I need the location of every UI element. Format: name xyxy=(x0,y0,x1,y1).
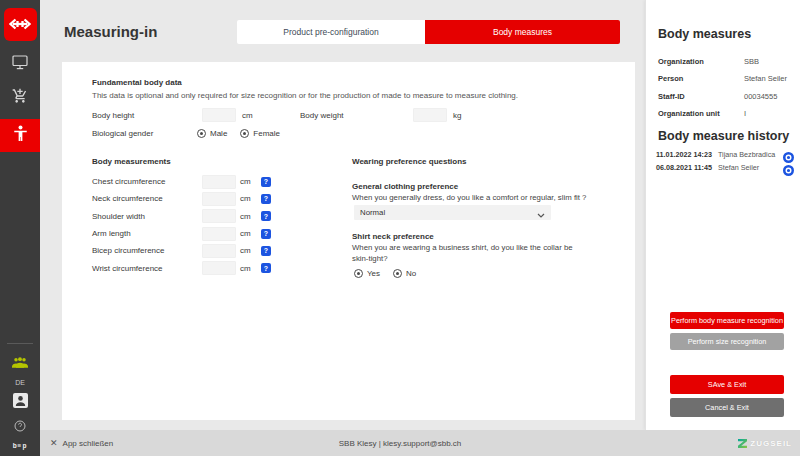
chest-circumference-input[interactable] xyxy=(202,175,236,189)
history-date: 11.01.2022 14:23 xyxy=(656,150,718,159)
measurement-row-neck: Neck circumference cm ? xyxy=(92,190,342,207)
sidebar-item-measuring-active[interactable] xyxy=(0,119,40,152)
body-height-input[interactable] xyxy=(202,108,236,122)
shoulder-width-input[interactable] xyxy=(202,209,236,223)
help-icon[interactable]: ? xyxy=(261,194,271,204)
shirt-neck-preference-question: When you are wearing a business shirt, d… xyxy=(352,243,587,265)
measurement-label: Chest circumference xyxy=(92,177,202,186)
history-date: 06.08.2021 11:45 xyxy=(656,163,718,172)
person-info-list: Organization SBB Person Stefan Seiler St… xyxy=(658,53,792,122)
history-name: Tijana Bezbradica xyxy=(718,150,783,159)
wrist-circumference-input[interactable] xyxy=(202,261,236,275)
clothing-preference-select[interactable]: Normal xyxy=(354,205,551,220)
radio-icon xyxy=(197,129,206,138)
measurement-label: Arm length xyxy=(92,229,202,238)
portrait-icon xyxy=(13,393,28,412)
help-icon[interactable]: ? xyxy=(261,177,271,187)
radio-icon xyxy=(240,129,249,138)
gender-male-label: Male xyxy=(210,129,227,138)
sidebar: DE b≡p xyxy=(0,0,40,456)
gender-label: Biological gender xyxy=(92,129,197,138)
history-row: 06.08.2021 11:45 Stefan Seiler xyxy=(656,161,794,174)
body-measurements-title: Body measurements xyxy=(92,157,342,166)
add-shopping-cart-icon xyxy=(12,88,28,108)
measurement-label: Shoulder width xyxy=(92,212,202,221)
body-measures-panel: Body measures Organization SBB Person St… xyxy=(645,0,800,430)
body-weight-label: Body weight xyxy=(300,111,344,120)
measurement-row-arm: Arm length cm ? xyxy=(92,225,342,242)
sidebar-brand-logo: b≡p xyxy=(13,442,28,449)
measurement-row-wrist: Wrist circumference cm ? xyxy=(92,259,342,276)
info-row-staff-id: Staff-ID 00034555 xyxy=(658,88,792,105)
measurement-row-shoulder: Shoulder width cm ? xyxy=(92,208,342,225)
body-height-label: Body height xyxy=(92,111,134,120)
perform-body-measure-recognition-button[interactable]: Perform body measure recognition xyxy=(670,312,784,329)
shirt-neck-radio-yes[interactable]: Yes xyxy=(354,269,380,278)
support-contact-text: SBB Klesy | klesy.support@sbb.ch xyxy=(40,439,760,448)
help-icon[interactable]: ? xyxy=(261,211,271,221)
help-circle-icon xyxy=(14,418,26,436)
shirt-neck-radio-group: Yes No xyxy=(354,269,429,278)
fundamental-section-title: Fundamental body data xyxy=(92,78,611,87)
sidebar-item-help[interactable] xyxy=(14,418,26,436)
sidebar-item-display[interactable] xyxy=(0,51,40,77)
zugseil-brand: ZUGSEIL xyxy=(738,434,792,452)
cancel-exit-button[interactable]: Cancel & Exit xyxy=(670,398,784,417)
sidebar-item-team[interactable] xyxy=(12,354,28,372)
neck-circumference-input[interactable] xyxy=(202,192,236,206)
body-weight-input[interactable] xyxy=(413,108,447,122)
gender-radio-male[interactable]: Male xyxy=(197,129,227,138)
measurement-label: Bicep circumference xyxy=(92,246,202,255)
sbb-logo xyxy=(4,8,37,41)
info-label: Organization unit xyxy=(658,109,744,118)
help-icon[interactable]: ? xyxy=(261,246,271,256)
wearing-preferences-section: Wearing preference questions General clo… xyxy=(352,157,614,166)
tab-product-pre-configuration[interactable]: Product pre-configuration xyxy=(237,20,425,44)
bicep-circumference-input[interactable] xyxy=(202,244,236,258)
info-label: Organization xyxy=(658,57,744,66)
view-history-eye-icon[interactable] xyxy=(783,162,794,173)
general-clothing-preference-title: General clothing preference xyxy=(352,182,458,191)
zugseil-brand-label: ZUGSEIL xyxy=(750,439,792,448)
arm-length-input[interactable] xyxy=(202,227,236,241)
measurement-unit: cm xyxy=(240,212,253,221)
info-label: Staff-ID xyxy=(658,92,744,101)
help-icon[interactable]: ? xyxy=(261,263,271,273)
body-measurements-section: Body measurements Chest circumference cm… xyxy=(92,157,342,277)
history-list: 11.01.2022 14:23 Tijana Bezbradica 06.08… xyxy=(656,148,794,174)
gender-row: Biological gender Male Female xyxy=(92,126,293,140)
measurement-unit: cm xyxy=(240,229,253,238)
language-indicator[interactable]: DE xyxy=(15,379,25,386)
measurement-unit: cm xyxy=(240,194,253,203)
save-exit-button[interactable]: SAve & Exit xyxy=(670,375,784,394)
view-history-eye-icon[interactable] xyxy=(783,149,794,160)
measurement-unit: cm xyxy=(240,264,253,273)
team-group-icon xyxy=(12,354,28,372)
shirt-neck-radio-no[interactable]: No xyxy=(393,269,416,278)
body-weight-unit: kg xyxy=(453,111,461,120)
person-measure-icon xyxy=(13,125,28,146)
info-value: I xyxy=(744,109,746,118)
sidebar-item-cart[interactable] xyxy=(0,85,40,111)
sidebar-item-profile[interactable] xyxy=(13,393,28,412)
fundamental-section-description: This data is optional and only required … xyxy=(92,91,611,100)
measurement-row-chest: Chest circumference cm ? xyxy=(92,173,342,190)
measuring-form-card: Fundamental body data This data is optio… xyxy=(62,62,635,420)
shirt-neck-preference-title: Shirt neck preference xyxy=(352,232,434,241)
measurement-label: Wrist circumference xyxy=(92,264,202,273)
history-name: Stefan Seiler xyxy=(718,163,783,172)
footer-bar: ✕ App schließen SBB Klesy | klesy.suppor… xyxy=(40,430,800,456)
gender-radio-female[interactable]: Female xyxy=(240,129,280,138)
gender-female-label: Female xyxy=(253,129,280,138)
monitor-icon xyxy=(12,55,28,74)
page-title: Measuring-in xyxy=(64,23,157,40)
tab-body-measures[interactable]: Body measures xyxy=(425,20,620,44)
height-weight-row: Body height cm Body weight kg xyxy=(92,108,611,123)
close-app-button[interactable]: ✕ App schließen xyxy=(50,438,113,448)
info-value: Stefan Seiler xyxy=(744,74,787,83)
help-icon[interactable]: ? xyxy=(261,229,271,239)
perform-size-recognition-button[interactable]: Perform size recognition xyxy=(670,333,784,350)
history-title: Body measure history xyxy=(658,129,789,143)
shirt-neck-no-label: No xyxy=(406,269,416,278)
measurement-label: Neck circumference xyxy=(92,194,202,203)
